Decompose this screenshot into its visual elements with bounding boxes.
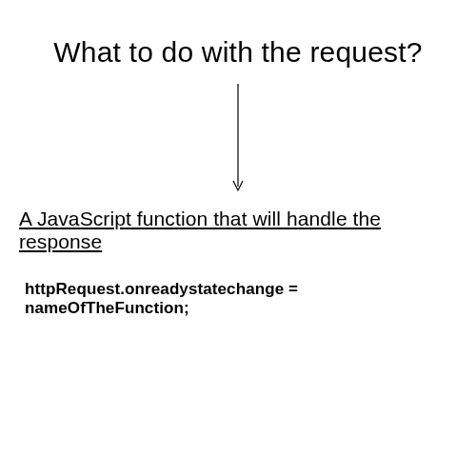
arrow-container (19, 82, 457, 196)
code-line: httpRequest.onreadystatechange = nameOfT… (19, 280, 457, 318)
slide-title: What to do with the request? (19, 36, 457, 69)
subtitle-text: A JavaScript function that will handle t… (19, 208, 457, 253)
slide: What to do with the request? A JavaScrip… (0, 0, 476, 476)
arrow-down-icon (228, 82, 248, 196)
